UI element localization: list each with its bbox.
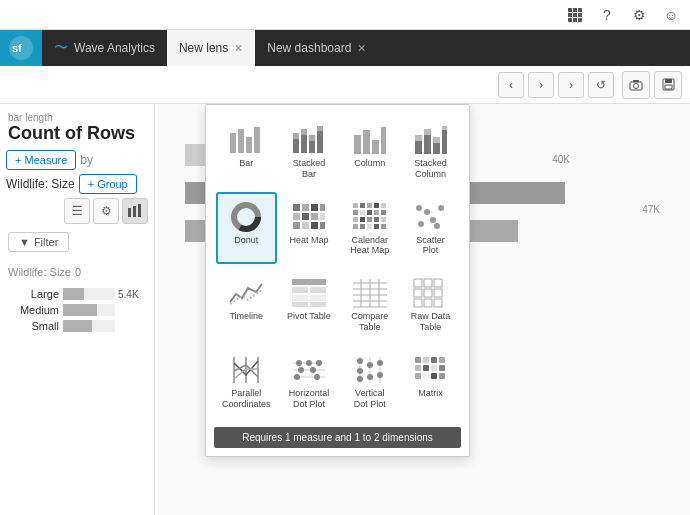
- svg-point-129: [377, 360, 383, 366]
- svg-point-116: [316, 360, 322, 366]
- svg-rect-89: [292, 302, 308, 307]
- group-button[interactable]: + Group: [79, 174, 137, 194]
- chart-label-horizontal-dot-plot: Horizontal Dot Plot: [287, 388, 332, 410]
- question-icon[interactable]: ?: [598, 6, 616, 24]
- save-button[interactable]: [654, 71, 682, 99]
- view-icons: ☰ ⚙: [64, 198, 148, 224]
- svg-rect-104: [434, 289, 442, 297]
- chart-item-bar[interactable]: Bar: [216, 115, 277, 188]
- svg-rect-107: [434, 299, 442, 307]
- camera-button[interactable]: [622, 71, 650, 99]
- svg-rect-49: [320, 204, 325, 211]
- svg-rect-40: [433, 143, 440, 154]
- list-view-button[interactable]: ☰: [64, 198, 90, 224]
- chart-label-vertical-dot-plot: Vertical Dot Plot: [347, 388, 392, 410]
- parallel-coordinates-chart-icon: [228, 353, 264, 385]
- svg-rect-132: [423, 357, 429, 363]
- chart-item-heat-map[interactable]: Heat Map: [281, 192, 338, 265]
- dimension-count: 0: [75, 266, 81, 278]
- matrix-chart-icon: [413, 353, 449, 385]
- chart-item-raw-data-table[interactable]: Raw Data Table: [402, 268, 459, 341]
- tab-new-lens-close[interactable]: ✕: [234, 42, 243, 55]
- chart-item-calendar-heat-map[interactable]: Calendar Heat Map: [341, 192, 398, 265]
- svg-rect-60: [367, 203, 372, 208]
- chart-view-button[interactable]: [122, 198, 148, 224]
- svg-rect-6: [568, 18, 572, 22]
- chart-label-raw-data-table: Raw Data Table: [408, 311, 453, 333]
- chart-item-compare-table[interactable]: Compare Table: [341, 268, 398, 341]
- smiley-icon[interactable]: ☺: [662, 6, 680, 24]
- svg-rect-133: [431, 357, 437, 363]
- svg-rect-16: [665, 85, 672, 89]
- settings-view-button[interactable]: ⚙: [93, 198, 119, 224]
- toolbar: ‹ › › ↺: [0, 66, 690, 104]
- chart-item-stacked-column[interactable]: Stacked Column: [402, 115, 459, 188]
- measure-button[interactable]: + Measure: [6, 150, 76, 170]
- grid-icon[interactable]: [566, 6, 584, 24]
- tab-new-lens[interactable]: New lens ✕: [167, 30, 255, 66]
- svg-rect-65: [367, 210, 372, 215]
- svg-rect-15: [665, 79, 672, 83]
- chart-item-timeline[interactable]: Timeline: [216, 268, 277, 341]
- chart-item-stacked-bar[interactable]: Stacked Bar: [281, 115, 338, 188]
- svg-text:sf: sf: [12, 42, 22, 54]
- nav-refresh-button[interactable]: ↺: [588, 72, 614, 98]
- stacked-column-chart-icon: [413, 123, 449, 155]
- pivot-table-chart-icon: [291, 276, 327, 308]
- nav-buttons: ‹ › › ↺: [498, 72, 614, 98]
- svg-point-130: [377, 372, 383, 378]
- svg-rect-77: [381, 224, 386, 229]
- nav-back-button[interactable]: ‹: [498, 72, 524, 98]
- svg-rect-141: [431, 373, 437, 379]
- svg-rect-5: [578, 13, 582, 17]
- chart-label-parallel-coordinates: Parallel Coordinates: [222, 388, 271, 410]
- group-value-label: Wildlife: Size: [6, 177, 75, 191]
- filter-button[interactable]: ▼ Filter: [8, 232, 69, 252]
- donut-chart-icon: [228, 200, 264, 232]
- dim-label-large: Large: [8, 288, 63, 300]
- tab-wave-analytics[interactable]: 〜 Wave Analytics: [42, 30, 167, 66]
- chart-item-scatter-plot[interactable]: Scatter Plot: [402, 192, 459, 265]
- svg-rect-48: [311, 204, 318, 211]
- tab-new-dashboard[interactable]: New dashboard ✕: [255, 30, 378, 66]
- svg-rect-64: [360, 210, 365, 215]
- tab-wave-label: Wave Analytics: [74, 41, 155, 55]
- chart-item-pivot-table[interactable]: Pivot Table: [281, 268, 338, 341]
- chart-item-vertical-dot-plot[interactable]: Vertical Dot Plot: [341, 345, 398, 418]
- chart-item-column[interactable]: Column: [341, 115, 398, 188]
- chart-item-matrix[interactable]: Matrix: [402, 345, 459, 418]
- svg-rect-106: [424, 299, 432, 307]
- svg-rect-37: [415, 135, 422, 141]
- svg-rect-101: [434, 279, 442, 287]
- svg-point-127: [367, 362, 373, 368]
- svg-rect-24: [293, 139, 299, 153]
- nav-next-button[interactable]: ›: [558, 72, 584, 98]
- tab-new-dashboard-close[interactable]: ✕: [357, 42, 366, 55]
- chart-label-heat-map: Heat Map: [289, 235, 328, 246]
- dimension-section: Wildlife: Size 0 Large 5.4K Medium Small: [0, 260, 154, 334]
- compare-table-chart-icon: [352, 276, 388, 308]
- svg-rect-68: [353, 217, 358, 222]
- svg-rect-134: [439, 357, 445, 363]
- svg-rect-63: [353, 210, 358, 215]
- svg-rect-85: [292, 287, 308, 293]
- svg-rect-2: [578, 8, 582, 12]
- nav-forward-button[interactable]: ›: [528, 72, 554, 98]
- svg-rect-41: [433, 137, 440, 143]
- dim-bar-large: [63, 288, 115, 300]
- svg-rect-73: [353, 224, 358, 229]
- chart-item-donut[interactable]: Donut: [216, 192, 277, 265]
- chart-item-horizontal-dot-plot[interactable]: Horizontal Dot Plot: [281, 345, 338, 418]
- chart-label-bar: Bar: [239, 158, 253, 169]
- svg-rect-27: [301, 129, 307, 135]
- svg-rect-47: [302, 204, 309, 211]
- svg-rect-38: [424, 135, 431, 154]
- gear-icon[interactable]: ⚙: [630, 6, 648, 24]
- chart-item-parallel-coordinates[interactable]: Parallel Coordinates: [216, 345, 277, 418]
- svg-rect-46: [293, 204, 300, 211]
- svg-rect-99: [414, 279, 422, 287]
- axis-label-40k: 40K: [552, 154, 570, 165]
- by-label: by: [80, 153, 93, 167]
- left-panel: bar length Count of Rows + Measure by Wi…: [0, 104, 155, 515]
- svg-point-78: [418, 221, 424, 227]
